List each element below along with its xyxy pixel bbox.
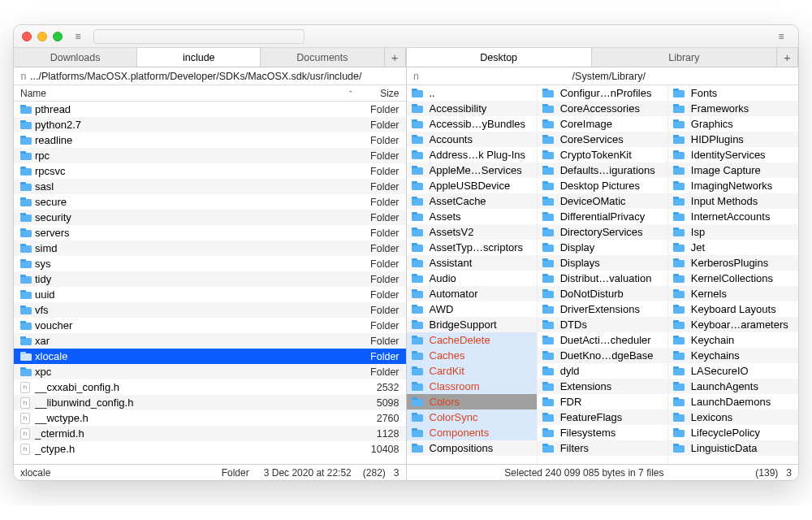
list-item[interactable]: Display [538,240,667,255]
table-row[interactable]: h_ctype.h10408 [14,441,406,457]
list-item[interactable]: CoreAccessories [538,101,667,116]
left-column-header[interactable]: Name ⌃ Size [14,85,406,102]
table-row[interactable]: rpcsvcFolder [14,163,406,179]
list-item[interactable]: LaunchAgents [668,379,798,394]
list-item[interactable]: Lexicons [668,410,798,425]
list-item[interactable]: LaunchDaemons [668,394,798,410]
close-icon[interactable] [22,32,32,41]
list-item[interactable]: DTDs [538,317,667,332]
list-item[interactable]: IdentityServices [668,147,798,162]
list-item[interactable]: CryptoTokenKit [538,147,667,162]
list-item[interactable]: Configur…nProfiles [538,85,667,101]
list-item[interactable]: CacheDelete [407,332,537,348]
list-item[interactable]: Compositions [407,440,537,456]
tab-desktop[interactable]: Desktop [407,48,592,67]
list-item[interactable]: .. [407,85,537,101]
list-item[interactable]: HIDPlugins [668,132,798,147]
list-item[interactable]: Image Capture [668,162,798,178]
list-item[interactable]: CoreServices [538,132,667,147]
list-item[interactable]: CardKit [407,363,537,379]
list-item[interactable]: Fonts [668,85,798,101]
list-item[interactable]: Filesystems [538,425,667,440]
list-item[interactable]: ColorSync [407,410,537,425]
table-row[interactable]: voucherFolder [14,318,406,333]
list-item[interactable]: Accounts [407,132,537,147]
tab-documents[interactable]: Documents [261,48,384,67]
list-item[interactable]: DuetKno…dgeBase [538,348,667,363]
zoom-icon[interactable] [53,32,63,41]
table-row[interactable]: vfsFolder [14,302,406,318]
list-item[interactable]: AssetsV2 [407,224,537,240]
table-row[interactable]: serversFolder [14,225,406,240]
table-row[interactable]: uuidFolder [14,287,406,302]
list-item[interactable]: Audio [407,271,537,286]
list-item[interactable]: Isp [668,224,798,240]
list-item[interactable]: DirectoryServices [538,224,667,240]
tab-library[interactable]: Library [592,48,777,67]
list-item[interactable]: AssetTyp…scriptors [407,240,537,255]
list-item[interactable]: KernelCollections [668,271,798,286]
list-item[interactable]: LASecureIO [668,363,798,379]
list-item[interactable]: Kernels [668,286,798,301]
list-item[interactable]: KerberosPlugins [668,255,798,271]
list-item[interactable]: Distribut…valuation [538,271,667,286]
table-row[interactable]: pthreadFolder [14,102,406,117]
table-row[interactable]: securityFolder [14,210,406,225]
left-list[interactable]: pthreadFolderpython2.7FolderreadlineFold… [14,102,406,464]
list-item[interactable]: Keyboar…arameters [668,317,798,332]
table-row[interactable]: h__cxxabi_config.h2532 [14,379,406,395]
table-row[interactable]: xarFolder [14,333,406,349]
list-item[interactable]: dyld [538,363,667,379]
tab-include[interactable]: include [137,48,261,67]
list-item[interactable]: AppleUSBDevice [407,178,537,193]
minimize-icon[interactable] [37,32,47,41]
right-path-bar[interactable]: n /System/Library/ [407,67,799,85]
table-row[interactable]: h_ctermid.h1128 [14,426,406,441]
list-item[interactable]: Accessibility [407,101,537,116]
list-item[interactable]: Displays [538,255,667,271]
list-item[interactable]: AWD [407,301,537,317]
list-item[interactable]: Components [407,425,537,440]
list-item[interactable]: BridgeSupport [407,317,537,332]
list-item[interactable]: FDR [538,394,667,410]
list-item[interactable]: Input Methods [668,193,798,209]
table-row[interactable]: sysFolder [14,256,406,271]
list-item[interactable]: CoreImage [538,116,667,132]
list-item[interactable]: FeatureFlags [538,410,667,425]
tab-add-left[interactable]: + [385,48,406,67]
list-item[interactable]: Frameworks [668,101,798,116]
list-item[interactable]: InternetAccounts [668,209,798,224]
table-row[interactable]: rpcFolder [14,148,406,163]
list-item[interactable]: Filters [538,440,667,456]
list-mode-icon[interactable]: ≡ [69,29,87,44]
list-item[interactable]: Accessib…yBundles [407,116,537,132]
table-row[interactable]: readlineFolder [14,132,406,148]
table-row[interactable]: python2.7Folder [14,117,406,132]
list-item[interactable]: LifecyclePolicy [668,425,798,440]
list-item[interactable]: DriverExtensions [538,301,667,317]
list-item[interactable]: DoNotDisturb [538,286,667,301]
list-item[interactable]: LinguisticData [668,440,798,456]
list-item[interactable]: DifferentialPrivacy [538,209,667,224]
list-item[interactable]: Graphics [668,116,798,132]
list-item[interactable]: Keychain [668,332,798,348]
list-item[interactable]: Keychains [668,348,798,363]
list-item[interactable]: Assets [407,209,537,224]
left-path-bar[interactable]: n .../Platforms/MacOSX.platform/Develope… [14,67,406,85]
table-row[interactable]: simdFolder [14,240,406,256]
table-row[interactable]: saslFolder [14,179,406,194]
list-item[interactable]: AssetCache [407,193,537,209]
list-item[interactable]: DuetActi…cheduler [538,332,667,348]
list-item[interactable]: Keyboard Layouts [668,301,798,317]
list-item[interactable]: Address…k Plug-Ins [407,147,537,162]
list-item[interactable]: Assistant [407,255,537,271]
table-row[interactable]: h__libunwind_config.h5098 [14,395,406,410]
table-row[interactable]: secureFolder [14,194,406,210]
list-item[interactable]: Automator [407,286,537,301]
list-mode-icon-right[interactable]: ≡ [772,29,790,44]
list-item[interactable]: Colors [407,394,537,410]
list-item[interactable]: Defaults…igurations [538,162,667,178]
list-item[interactable]: Classroom [407,379,537,394]
table-row[interactable]: h__wctype.h2760 [14,410,406,426]
list-item[interactable]: Extensions [538,379,667,394]
